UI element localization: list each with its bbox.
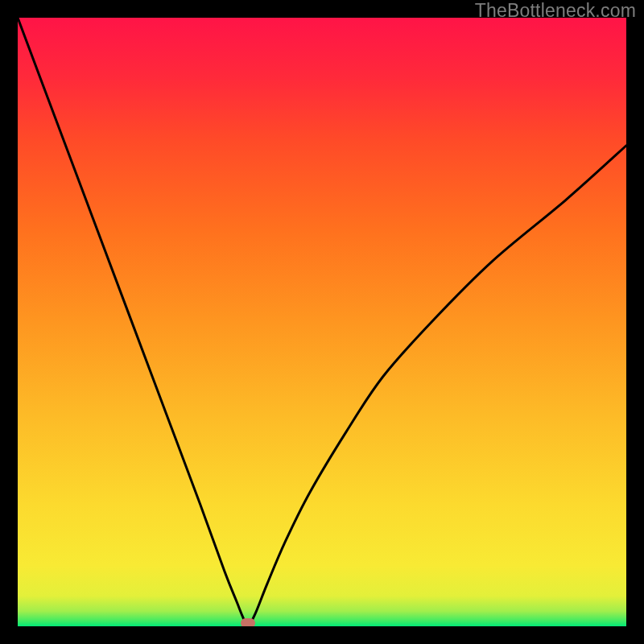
- minimum-marker: [241, 618, 255, 626]
- chart-frame: TheBottleneck.com: [0, 0, 644, 644]
- watermark-text: TheBottleneck.com: [475, 0, 636, 22]
- plot-area: [18, 18, 626, 626]
- bottleneck-curve: [18, 18, 626, 626]
